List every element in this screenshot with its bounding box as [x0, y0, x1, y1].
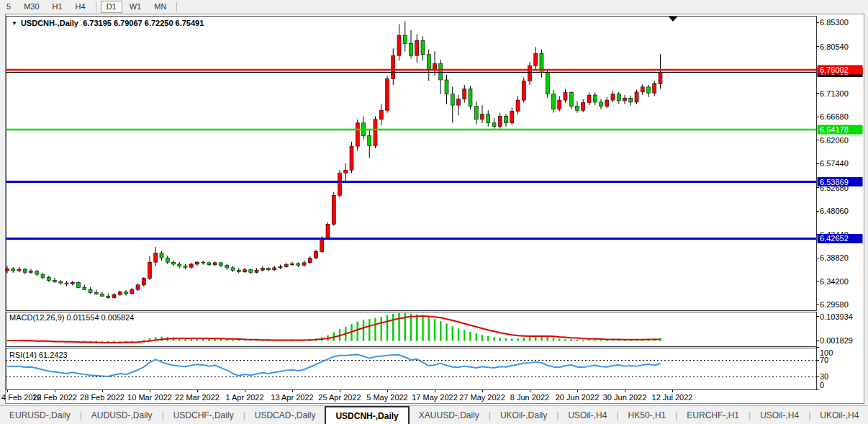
svg-text:6.42652: 6.42652 [820, 234, 849, 243]
svg-text:6.34200: 6.34200 [820, 277, 849, 286]
svg-text:5 May 2022: 5 May 2022 [366, 393, 407, 402]
svg-text:6.71300: 6.71300 [820, 89, 849, 98]
svg-text:6.62060: 6.62060 [820, 136, 849, 145]
svg-text:30 Jun 2022: 30 Jun 2022 [603, 393, 647, 402]
svg-text:6.53869: 6.53869 [820, 178, 849, 186]
svg-text:30: 30 [820, 372, 828, 381]
svg-text:22 Mar 2022: 22 Mar 2022 [175, 393, 220, 402]
svg-text:6.85300: 6.85300 [820, 18, 849, 27]
svg-text:20 Jun 2022: 20 Jun 2022 [556, 393, 600, 402]
svg-text:10 Mar 2022: 10 Mar 2022 [127, 393, 172, 402]
svg-text:13 Apr 2022: 13 Apr 2022 [271, 393, 313, 402]
svg-text:27 May 2022: 27 May 2022 [459, 393, 505, 402]
svg-text:6.38820: 6.38820 [820, 253, 849, 262]
svg-text:17 May 2022: 17 May 2022 [412, 393, 458, 402]
chart-canvas[interactable]: 6.853006.805406.713006.666806.620606.574… [0, 0, 868, 424]
macd-indicator-label: MACD(12,26,9) 0.011554 0.005824 [9, 313, 134, 322]
chart-symbol: USDCNH-,Daily [21, 19, 78, 27]
svg-text:1 Apr 2022: 1 Apr 2022 [225, 393, 263, 402]
svg-text:6.64178: 6.64178 [820, 125, 849, 134]
chart-ohlc: 6.73195 6.79067 6.72250 6.75491 [83, 19, 204, 27]
chart-title: ▼USDCNH-,Daily 6.73195 6.79067 6.72250 6… [12, 19, 204, 27]
dropdown-icon[interactable]: ▼ [12, 20, 17, 27]
svg-text:6.29580: 6.29580 [820, 300, 849, 309]
rsi-indicator-label: RSI(14) 61.2423 [9, 351, 68, 359]
svg-text:6.76002: 6.76002 [820, 66, 849, 74]
svg-text:8 Jun 2022: 8 Jun 2022 [510, 393, 549, 402]
svg-text:25 Apr 2022: 25 Apr 2022 [318, 393, 361, 402]
svg-text:6.66680: 6.66680 [820, 112, 849, 121]
svg-text:0.103934: 0.103934 [820, 312, 853, 321]
svg-text:12 Jul 2022: 12 Jul 2022 [652, 393, 693, 402]
svg-text:6.80540: 6.80540 [820, 42, 849, 51]
svg-text:70: 70 [820, 356, 828, 364]
svg-text:0: 0 [820, 381, 824, 389]
svg-text:6.48060: 6.48060 [820, 207, 849, 215]
svg-text:16 Feb 2022: 16 Feb 2022 [32, 393, 77, 402]
svg-text:6.57440: 6.57440 [820, 159, 849, 168]
svg-text:28 Feb 2022: 28 Feb 2022 [80, 393, 125, 402]
svg-text:0.001829: 0.001829 [820, 336, 853, 345]
